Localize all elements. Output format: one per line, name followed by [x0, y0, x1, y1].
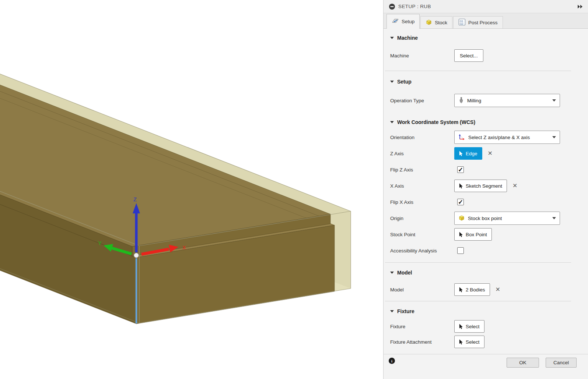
collapse-panel-icon[interactable]: [577, 4, 583, 9]
x-axis-value: Sketch Segment: [466, 183, 502, 189]
post-process-tab-icon: G1G2: [458, 18, 466, 27]
z-axis-clear-icon[interactable]: ✕: [488, 150, 493, 156]
tab-stock-label: Stock: [435, 20, 447, 25]
fixture-attachment-row: Fixture Attachment Select: [384, 334, 588, 350]
milling-icon: [458, 96, 464, 105]
fixture-attachment-select-button[interactable]: Select: [454, 336, 484, 348]
orientation-value: Select Z axis/plane & X axis: [468, 135, 530, 140]
stock-point-row: Stock Point Box Point: [384, 226, 588, 242]
section-setup[interactable]: Setup: [384, 77, 588, 86]
panel-body: Machine Machine Select... Setup Operatio…: [384, 29, 588, 350]
info-icon[interactable]: i: [389, 358, 395, 364]
flip-x-row: Flip X Axis: [384, 194, 588, 210]
machine-row: Machine Select...: [384, 47, 588, 64]
chevron-down-icon: [552, 136, 556, 138]
chevron-down-icon: [552, 217, 556, 219]
z-axis-value: Edge: [466, 151, 477, 156]
orientation-row: Orientation Select Z axis/plane & X axis: [384, 129, 588, 145]
stock-tab-icon: [426, 19, 432, 26]
stock-point-label: Stock Point: [390, 232, 454, 237]
x-axis-label: X: [182, 244, 186, 251]
divider: [385, 71, 571, 71]
chevron-down-icon: [390, 37, 394, 39]
select-cursor-icon: [459, 183, 463, 189]
select-cursor-icon: [459, 339, 463, 345]
orientation-label: Orientation: [390, 135, 454, 140]
fixture-attachment-value: Select: [466, 339, 480, 345]
stock-point-select-button[interactable]: Box Point: [454, 228, 492, 241]
model-select-button[interactable]: 2 Bodies: [454, 283, 490, 296]
divider: [385, 301, 571, 301]
setup-panel: SETUP : RUB Setup Stock G1G2 Post Proces…: [383, 0, 588, 379]
stock-box-icon: [458, 215, 465, 222]
panel-footer: i OK Cancel: [384, 354, 588, 379]
tab-setup[interactable]: Setup: [386, 14, 420, 29]
flip-z-label: Flip Z Axis: [390, 167, 454, 173]
section-setup-title: Setup: [397, 79, 412, 85]
model-label: Model: [390, 287, 454, 293]
chevron-down-icon: [390, 272, 394, 274]
x-axis-select-button[interactable]: Sketch Segment: [454, 180, 507, 192]
section-model[interactable]: Model: [384, 268, 588, 277]
tab-setup-label: Setup: [402, 19, 414, 24]
orientation-dropdown[interactable]: Select Z axis/plane & X axis: [454, 131, 560, 144]
tab-stock[interactable]: Stock: [420, 16, 452, 28]
z-axis-row: Z Axis Edge ✕: [384, 145, 588, 162]
origin-dropdown[interactable]: Stock box point: [454, 212, 560, 225]
z-axis-select-button[interactable]: Edge: [454, 147, 482, 160]
section-machine-title: Machine: [397, 35, 418, 41]
stock-point-value: Box Point: [466, 232, 487, 237]
model-clear-icon[interactable]: ✕: [496, 287, 500, 293]
wcs-origin-point[interactable]: [134, 253, 139, 258]
section-wcs[interactable]: Work Coordinate System (WCS): [384, 117, 588, 127]
z-axis-label: Z Axis: [390, 151, 454, 156]
y-axis-label: Y: [98, 240, 102, 246]
ok-button[interactable]: OK: [507, 358, 539, 368]
select-cursor-icon: [459, 287, 463, 293]
flip-z-row: Flip Z Axis: [384, 162, 588, 178]
flip-z-checkbox[interactable]: [457, 166, 464, 173]
tab-post-process[interactable]: G1G2 Post Process: [453, 16, 503, 28]
fixture-label: Fixture: [390, 324, 454, 329]
panel-header: SETUP : RUB: [384, 0, 588, 13]
fixture-attachment-label: Fixture Attachment: [390, 339, 454, 345]
accessibility-checkbox[interactable]: [457, 247, 464, 254]
model-scene: Z X Y: [0, 0, 383, 379]
operation-type-value: Milling: [467, 98, 481, 103]
flip-x-checkbox[interactable]: [457, 199, 464, 205]
model-row: Model 2 Bodies ✕: [384, 281, 588, 298]
machine-select-button[interactable]: Select...: [454, 49, 483, 62]
section-fixture-title: Fixture: [397, 308, 414, 314]
origin-label: Origin: [390, 216, 454, 221]
fixture-value: Select: [466, 324, 480, 329]
fixture-row: Fixture Select: [384, 319, 588, 334]
x-axis-label: X Axis: [390, 183, 454, 189]
svg-text:G1: G1: [460, 20, 463, 22]
section-fixture[interactable]: Fixture: [384, 307, 588, 316]
chevron-down-icon: [390, 310, 394, 312]
operation-type-row: Operation Type Milling: [384, 93, 588, 108]
viewport-3d[interactable]: Z X Y: [0, 0, 383, 379]
operation-type-label: Operation Type: [390, 98, 454, 103]
origin-row: Origin Stock box point: [384, 210, 588, 226]
panel-title: SETUP : RUB: [398, 4, 431, 9]
select-cursor-icon: [459, 151, 463, 156]
select-cursor-icon: [459, 232, 463, 237]
chevron-down-icon: [552, 99, 556, 102]
x-axis-row: X Axis Sketch Segment ✕: [384, 178, 588, 194]
setup-header-icon: [389, 3, 395, 10]
fixture-select-button[interactable]: Select: [454, 320, 484, 333]
operation-type-dropdown[interactable]: Milling: [454, 94, 560, 107]
flip-x-label: Flip X Axis: [390, 199, 454, 205]
machine-label: Machine: [390, 53, 454, 59]
setup-tab-icon: [392, 18, 399, 25]
axes-orientation-icon: [458, 133, 465, 141]
cancel-button[interactable]: Cancel: [546, 358, 577, 368]
section-machine[interactable]: Machine: [384, 33, 588, 43]
x-axis-clear-icon[interactable]: ✕: [512, 183, 517, 189]
tab-bar: Setup Stock G1G2 Post Process: [384, 13, 588, 29]
model-value: 2 Bodies: [466, 287, 485, 293]
section-model-title: Model: [397, 270, 412, 276]
tab-post-process-label: Post Process: [468, 20, 498, 25]
svg-text:G2: G2: [460, 22, 463, 25]
